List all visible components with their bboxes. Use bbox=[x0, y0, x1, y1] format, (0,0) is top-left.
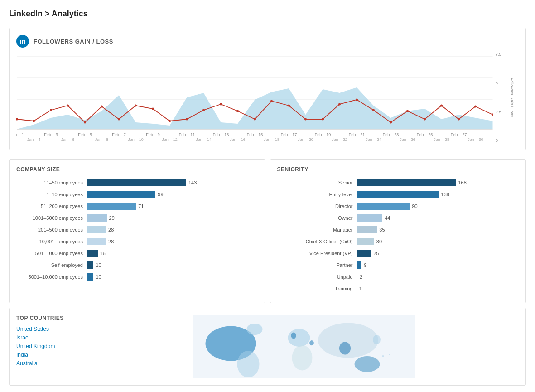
countries-list-items: United StatesIsraelUnited KingdomIndiaAu… bbox=[16, 326, 80, 367]
middle-sections: COMPANY SIZE 11–50 employees 143 1–10 em… bbox=[9, 159, 526, 303]
svg-text:Jan – 4: Jan – 4 bbox=[27, 137, 41, 142]
bar-fill bbox=[87, 179, 186, 186]
bar-value: 30 bbox=[376, 239, 382, 244]
bar-fill bbox=[357, 203, 410, 210]
bar-value: 10 bbox=[96, 274, 101, 280]
linkedin-icon: in bbox=[16, 35, 29, 48]
company-size-title: COMPANY SIZE bbox=[16, 166, 258, 173]
bar-label: 51–200 employees bbox=[16, 203, 87, 209]
seniority-bar-row: Unpaid 2 bbox=[277, 272, 519, 281]
bar-label: Vice President (VP) bbox=[277, 251, 357, 256]
svg-text:Feb – 27: Feb – 27 bbox=[451, 132, 467, 137]
bar-fill bbox=[357, 191, 439, 198]
bar-label: 5001–10,000 employees bbox=[16, 274, 87, 280]
followers-title: FOLLOWERS GAIN / LOSS bbox=[34, 38, 113, 45]
svg-point-17 bbox=[220, 103, 222, 106]
seniority-bar-row: Owner 44 bbox=[277, 213, 519, 223]
svg-text:Feb – 25: Feb – 25 bbox=[417, 132, 433, 137]
seniority-section: SENIORITY Senior 168 Entry-level 139 Dir… bbox=[270, 159, 526, 303]
country-link[interactable]: Israel bbox=[16, 334, 80, 341]
bar-label: Chief X Officer (CxO) bbox=[277, 239, 357, 244]
svg-point-18 bbox=[236, 110, 239, 112]
svg-text:Jan – 20: Jan – 20 bbox=[298, 137, 313, 142]
world-map bbox=[89, 315, 519, 378]
seniority-bar-row: Manager 35 bbox=[277, 225, 519, 234]
bar-label: Director bbox=[277, 203, 357, 209]
bar-fill bbox=[87, 226, 106, 233]
bar-fill bbox=[87, 238, 106, 245]
svg-point-74 bbox=[382, 355, 384, 357]
y-axis-label: Followers Gain / Loss bbox=[510, 78, 514, 117]
followers-chart: Feb – 1 Feb – 3 Feb – 5 Feb – 7 Feb – 9 … bbox=[16, 52, 493, 143]
bar-value: 9 bbox=[364, 262, 366, 268]
bar-track: 28 bbox=[87, 226, 258, 233]
bar-track: 44 bbox=[357, 214, 519, 222]
svg-text:Jan – 12: Jan – 12 bbox=[162, 137, 178, 142]
bar-track: 10 bbox=[87, 261, 258, 269]
bar-track: 168 bbox=[357, 179, 519, 186]
bar-fill bbox=[357, 226, 377, 233]
bar-value: 168 bbox=[458, 180, 467, 185]
seniority-bars: Senior 168 Entry-level 139 Director 90 O… bbox=[277, 178, 519, 293]
country-link[interactable]: India bbox=[16, 352, 80, 358]
bar-fill bbox=[87, 203, 136, 210]
svg-point-25 bbox=[356, 99, 358, 101]
svg-point-75 bbox=[389, 354, 390, 355]
svg-point-15 bbox=[186, 118, 188, 121]
seniority-title: SENIORITY bbox=[277, 166, 519, 173]
company-size-bar-row: 1–10 employees 99 bbox=[16, 190, 258, 199]
bar-label: Self-employed bbox=[16, 262, 87, 268]
svg-point-23 bbox=[322, 118, 324, 121]
company-size-bar-row: 201–500 employees 28 bbox=[16, 225, 258, 234]
bar-value: 25 bbox=[373, 251, 379, 256]
svg-point-10 bbox=[101, 106, 103, 108]
svg-point-8 bbox=[67, 105, 69, 107]
svg-point-5 bbox=[16, 118, 18, 121]
svg-text:Jan – 16: Jan – 16 bbox=[230, 137, 246, 142]
svg-text:Feb – 17: Feb – 17 bbox=[281, 132, 297, 137]
bar-track: 30 bbox=[357, 238, 519, 245]
svg-text:Feb – 15: Feb – 15 bbox=[247, 132, 263, 137]
countries-list: TOP COUNTRIES United StatesIsraelUnited … bbox=[16, 315, 80, 378]
bar-track: 35 bbox=[357, 226, 519, 233]
svg-point-28 bbox=[406, 110, 409, 112]
svg-point-22 bbox=[304, 118, 307, 121]
svg-text:Jan – 18: Jan – 18 bbox=[264, 137, 280, 142]
svg-text:Jan – 28: Jan – 28 bbox=[434, 137, 449, 142]
svg-point-65 bbox=[247, 324, 263, 335]
svg-point-31 bbox=[458, 118, 460, 121]
bar-value: 1 bbox=[359, 286, 362, 291]
bar-label: 201–500 employees bbox=[16, 227, 87, 232]
bar-label: Training bbox=[277, 286, 357, 291]
svg-point-12 bbox=[135, 105, 137, 107]
y-axis-value-25: 2.5 bbox=[496, 110, 511, 114]
bar-fill bbox=[87, 191, 155, 198]
map-container bbox=[89, 315, 519, 378]
svg-point-68 bbox=[291, 333, 296, 339]
svg-point-24 bbox=[338, 103, 341, 106]
svg-point-71 bbox=[309, 340, 314, 345]
y-axis-value-5: 5 bbox=[496, 81, 511, 85]
svg-point-29 bbox=[424, 118, 426, 121]
svg-text:Feb – 13: Feb – 13 bbox=[213, 132, 229, 137]
seniority-bar-row: Partner 9 bbox=[277, 261, 519, 270]
bar-label: 501–1000 employees bbox=[16, 251, 87, 256]
svg-text:Jan – 30: Jan – 30 bbox=[468, 137, 483, 142]
country-link[interactable]: United States bbox=[16, 326, 80, 332]
bar-track: 1 bbox=[357, 285, 519, 292]
bar-track: 99 bbox=[87, 191, 258, 198]
top-countries-section: TOP COUNTRIES United StatesIsraelUnited … bbox=[9, 308, 526, 386]
svg-point-27 bbox=[390, 121, 392, 124]
svg-point-9 bbox=[84, 121, 86, 124]
country-link[interactable]: Australia bbox=[16, 360, 80, 367]
bar-value: 44 bbox=[385, 215, 390, 221]
company-size-bar-row: 1001–5000 employees 29 bbox=[16, 213, 258, 223]
company-size-bar-row: 10,001+ employees 28 bbox=[16, 237, 258, 246]
page-title: LinkedIn > Analytics bbox=[9, 9, 526, 19]
seniority-bar-row: Director 90 bbox=[277, 202, 519, 211]
seniority-bar-row: Entry-level 139 bbox=[277, 190, 519, 199]
svg-point-6 bbox=[33, 120, 35, 122]
y-axis: 7.5 5 2.5 0 bbox=[493, 52, 511, 143]
country-link[interactable]: United Kingdom bbox=[16, 343, 80, 349]
svg-text:Jan – 14: Jan – 14 bbox=[196, 137, 212, 142]
